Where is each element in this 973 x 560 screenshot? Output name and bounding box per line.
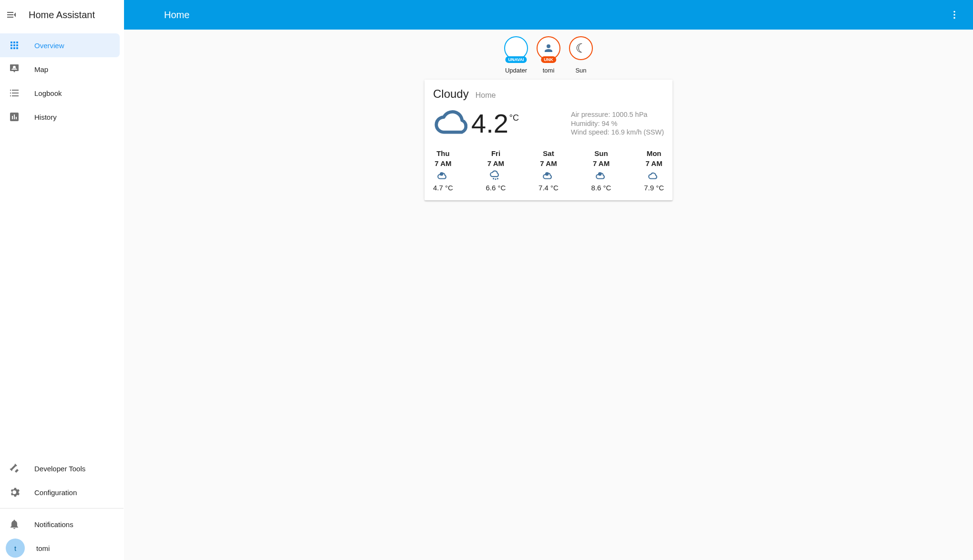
moon-icon: ☽ [576, 42, 587, 54]
sidebar-item-logbook[interactable]: Logbook [0, 81, 120, 105]
sidebar-user[interactable]: t tomi [0, 536, 124, 560]
svg-point-3 [497, 178, 498, 179]
sidebar-nav: Overview Map Logbook History [0, 30, 124, 129]
chart-box-icon [9, 111, 20, 123]
sidebar-item-label: Map [34, 65, 48, 73]
attr-label: Air pressure [571, 111, 612, 118]
badge-sun[interactable]: ☽ Sun [567, 36, 595, 74]
svg-point-2 [495, 179, 496, 180]
attr-value: 94 % [601, 120, 617, 127]
attr-label: Humidity [571, 120, 601, 127]
sidebar-item-map[interactable]: Map [0, 57, 120, 81]
sidebar-item-label: Notifications [34, 520, 73, 529]
partly-cloudy-icon [542, 169, 555, 182]
cloud-icon [433, 106, 467, 141]
badge-label: tomi [543, 67, 555, 74]
forecast-item: Sun 7 AM 8.6 °C [591, 149, 611, 192]
rainy-icon [489, 169, 502, 182]
sidebar-item-devtools[interactable]: Developer Tools [0, 456, 120, 480]
fc-day: Sun [594, 149, 608, 157]
fc-temp: 6.6 °C [486, 184, 506, 192]
forecast-item: Sat 7 AM 7.4 °C [538, 149, 559, 192]
fc-temp: 4.7 °C [433, 184, 453, 192]
sidebar-item-label: Overview [34, 41, 64, 50]
fc-day: Mon [647, 149, 662, 157]
weather-attributes: Air pressure1000.5 hPa Humidity94 % Wind… [571, 110, 664, 137]
forecast-item: Thu 7 AM 4.7 °C [433, 149, 453, 192]
badge-updater[interactable]: UNAVAI Updater [502, 36, 530, 74]
avatar: t [6, 539, 25, 558]
badge-tomi[interactable]: UNK tomi [534, 36, 563, 74]
weather-location: Home [476, 91, 496, 100]
badge-pill: UNK [541, 56, 556, 63]
main: Home UNAVAI Updater UNK tomi [124, 0, 973, 560]
partly-cloudy-icon [595, 169, 608, 182]
sidebar: Home Assistant Overview Map Logbook Hist… [0, 0, 124, 560]
fc-time: 7 AM [435, 159, 451, 167]
fc-time: 7 AM [645, 159, 662, 167]
avatar-initial: t [14, 544, 16, 552]
bell-icon [9, 519, 20, 530]
sidebar-item-label: Logbook [34, 89, 62, 97]
badge-circle: UNK [537, 36, 560, 60]
sidebar-header: Home Assistant [0, 0, 124, 30]
weather-card-header: Cloudy Home [433, 87, 664, 101]
sidebar-item-configuration[interactable]: Configuration [0, 480, 120, 504]
page-title: Home [164, 10, 189, 21]
fc-temp: 8.6 °C [591, 184, 611, 192]
fc-time: 7 AM [487, 159, 504, 167]
forecast-item: Mon 7 AM 7.9 °C [644, 149, 664, 192]
sidebar-item-label: Configuration [34, 488, 77, 497]
user-name: tomi [36, 544, 50, 552]
hammer-icon [9, 463, 20, 474]
sidebar-item-overview[interactable]: Overview [0, 33, 120, 57]
badge-circle: ☽ [569, 36, 593, 60]
weather-condition: Cloudy [433, 87, 469, 101]
forecast-row: Thu 7 AM 4.7 °C Fri 7 AM 6.6 °C Sat 7 AM… [433, 149, 664, 192]
fc-time: 7 AM [593, 159, 610, 167]
person-icon [543, 42, 554, 54]
fc-day: Fri [491, 149, 500, 157]
sidebar-item-label: Developer Tools [34, 465, 85, 473]
gear-icon [9, 487, 20, 498]
weather-row: 4.2 °C Air pressure1000.5 hPa Humidity94… [433, 106, 664, 141]
cloudy-icon [648, 169, 660, 182]
grid-icon [9, 40, 20, 51]
temp-now: 4.2 °C [471, 110, 519, 137]
attr-label: Wind speed [571, 128, 611, 136]
sidebar-item-label: History [34, 113, 57, 121]
topbar: Home [124, 0, 973, 30]
partly-cloudy-icon [437, 169, 449, 182]
fc-day: Sat [543, 149, 554, 157]
temp-value: 4.2 [471, 110, 508, 137]
badge-label: Updater [505, 67, 527, 74]
list-icon [9, 87, 20, 99]
sidebar-divider [0, 508, 124, 508]
forecast-item: Fri 7 AM 6.6 °C [486, 149, 506, 192]
fc-temp: 7.9 °C [644, 184, 664, 192]
temp-unit: °C [509, 113, 519, 123]
fc-time: 7 AM [540, 159, 557, 167]
overflow-menu-icon[interactable] [945, 6, 963, 24]
tooltip-account-icon [9, 63, 20, 75]
attr-value: 16.9 km/h (SSW) [611, 128, 664, 136]
app-title: Home Assistant [29, 10, 95, 21]
attr-value: 1000.5 hPa [612, 111, 647, 118]
content: UNAVAI Updater UNK tomi ☽ Sun [124, 30, 973, 207]
weather-card[interactable]: Cloudy Home 4.2 °C Air pressure1000.5 hP… [424, 80, 673, 200]
badge-label: Sun [575, 67, 586, 74]
fc-temp: 7.4 °C [538, 184, 559, 192]
svg-point-1 [493, 178, 494, 179]
badge-pill: UNAVAI [505, 56, 527, 63]
sidebar-item-notifications[interactable]: Notifications [0, 512, 120, 536]
fc-day: Thu [436, 149, 450, 157]
sidebar-item-history[interactable]: History [0, 105, 120, 129]
badge-circle: UNAVAI [504, 36, 528, 60]
badges-row: UNAVAI Updater UNK tomi ☽ Sun [502, 36, 595, 74]
sidebar-toggle-icon[interactable] [6, 9, 17, 21]
